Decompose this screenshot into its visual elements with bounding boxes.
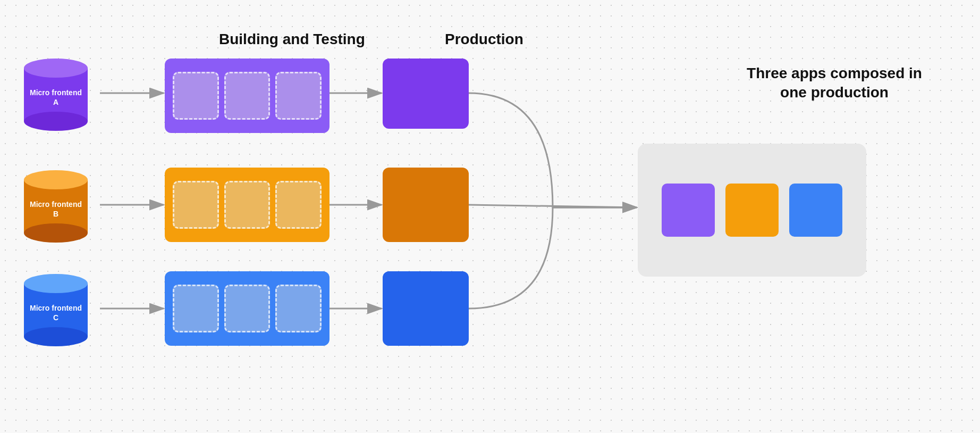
building-testing-label: Building and Testing bbox=[219, 31, 365, 48]
composed-panel bbox=[638, 144, 866, 277]
build-inner-b2 bbox=[224, 181, 271, 229]
prod-box-a bbox=[383, 59, 469, 129]
diagram-container: Building and Testing Production Three ap… bbox=[0, 0, 980, 433]
production-label: Production bbox=[445, 31, 523, 48]
prod-box-b bbox=[383, 168, 469, 242]
build-inner-b3 bbox=[275, 181, 322, 229]
composed-mini-a bbox=[662, 184, 715, 237]
prod-box-c bbox=[383, 271, 469, 346]
composed-label: Three apps composed in one production bbox=[733, 64, 935, 103]
build-box-b bbox=[165, 168, 330, 242]
build-inner-c3 bbox=[275, 285, 322, 332]
cylinder-c: Micro frontendC bbox=[24, 274, 88, 346]
build-inner-c2 bbox=[224, 285, 271, 332]
build-inner-a1 bbox=[173, 72, 219, 120]
build-box-a bbox=[165, 59, 330, 133]
build-box-c bbox=[165, 271, 330, 346]
cylinder-a: Micro frontendA bbox=[24, 59, 88, 131]
build-inner-a2 bbox=[224, 72, 271, 120]
composed-mini-b bbox=[725, 184, 779, 237]
build-inner-a3 bbox=[275, 72, 322, 120]
build-inner-b1 bbox=[173, 181, 219, 229]
cylinder-b: Micro frontendB bbox=[24, 170, 88, 243]
composed-mini-c bbox=[789, 184, 842, 237]
build-inner-c1 bbox=[173, 285, 219, 332]
svg-line-5 bbox=[469, 205, 637, 207]
